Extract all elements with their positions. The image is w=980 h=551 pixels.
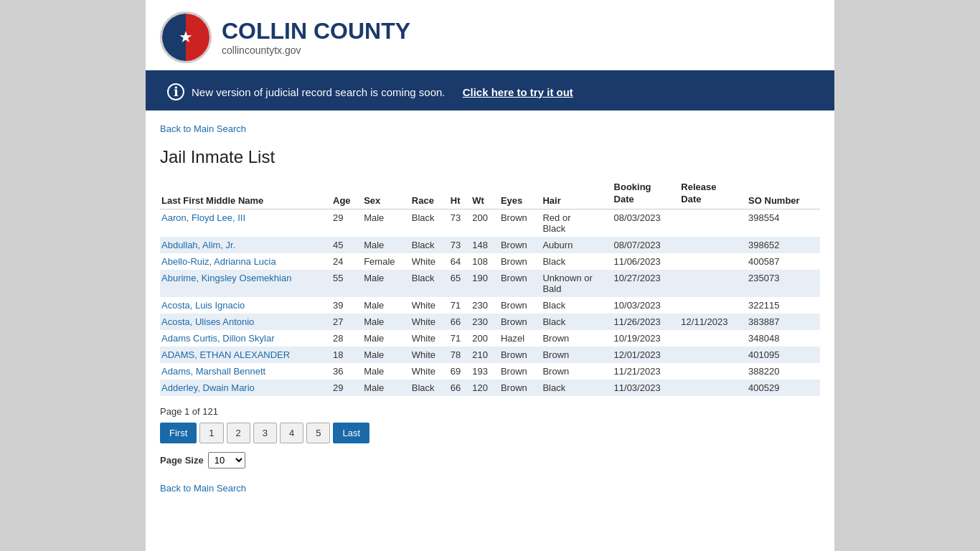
cell-hair: Brown: [541, 347, 612, 363]
table-row: Abello-Ruiz, Adrianna Lucia24FemaleWhite…: [160, 253, 820, 270]
cell-release-date: [679, 270, 747, 297]
table-header-row: Last First Middle Name Age Sex Race Ht W…: [160, 179, 820, 209]
page-btn-5[interactable]: 5: [306, 423, 330, 443]
cell-name: Adams, Marshall Bennett: [160, 363, 331, 380]
cell-ht: 71: [449, 330, 471, 347]
table-row: Adams Curtis, Dillon Skylar28MaleWhite71…: [160, 330, 820, 347]
cell-so-number: 383887: [747, 314, 820, 330]
cell-eyes: Brown: [499, 380, 542, 396]
inmate-name-link[interactable]: Adderley, Dwain Mario: [161, 382, 255, 393]
cell-hair: Brown: [541, 363, 612, 380]
cell-wt: 148: [471, 237, 499, 253]
page-btn-1[interactable]: 1: [199, 423, 223, 443]
table-row: Adderley, Dwain Mario29MaleBlack66120Bro…: [160, 380, 820, 396]
cell-booking-date: 10/19/2023: [613, 330, 680, 347]
col-header-release-date: ReleaseDate: [679, 179, 747, 209]
cell-wt: 120: [471, 380, 499, 396]
cell-age: 55: [331, 270, 362, 297]
cell-age: 29: [331, 209, 362, 237]
cell-race: Black: [410, 380, 449, 396]
cell-sex: Male: [362, 237, 410, 253]
cell-ht: 65: [449, 270, 471, 297]
info-icon: ℹ: [167, 83, 184, 100]
cell-sex: Male: [362, 330, 410, 347]
inmate-name-link[interactable]: Acosta, Ulises Antonio: [161, 316, 254, 327]
cell-wt: 190: [471, 270, 499, 297]
inmate-name-link[interactable]: Abello-Ruiz, Adrianna Lucia: [161, 256, 276, 267]
cell-race: White: [410, 347, 449, 363]
inmate-name-link[interactable]: Acosta, Luis Ignacio: [161, 300, 245, 311]
cell-eyes: Brown: [499, 347, 542, 363]
col-header-name: Last First Middle Name: [160, 179, 331, 209]
inmate-table: Last First Middle Name Age Sex Race Ht W…: [160, 179, 820, 396]
cell-sex: Female: [362, 253, 410, 270]
cell-booking-date: 11/03/2023: [613, 380, 680, 396]
table-row: Abdullah, Alim, Jr.45MaleBlack73148Brown…: [160, 237, 820, 253]
cell-eyes: Brown: [499, 314, 542, 330]
page-btn-4[interactable]: 4: [280, 423, 303, 443]
cell-release-date: [679, 330, 747, 347]
cell-hair: Black: [541, 314, 612, 330]
cell-so-number: 235073: [747, 270, 820, 297]
cell-age: 36: [331, 363, 362, 380]
col-header-booking-date: BookingDate: [613, 179, 680, 209]
col-header-race: Race: [410, 179, 449, 209]
cell-booking-date: 10/03/2023: [613, 297, 680, 314]
cell-booking-date: 11/26/2023: [613, 314, 680, 330]
inmate-name-link[interactable]: Aburime, Kingsley Osemekhian: [161, 273, 291, 283]
cell-hair: Black: [541, 253, 612, 270]
cell-hair: Unknown orBald: [541, 270, 612, 297]
inmate-name-link[interactable]: Adams, Marshall Bennett: [161, 366, 265, 377]
inmate-name-link[interactable]: Abdullah, Alim, Jr.: [161, 240, 235, 250]
page-size-label: Page Size: [160, 455, 204, 466]
county-title: COLLIN COUNTY: [222, 19, 410, 44]
cell-ht: 73: [449, 209, 471, 237]
col-header-ht: Ht: [449, 179, 471, 209]
cell-eyes: Brown: [499, 237, 542, 253]
cell-wt: 230: [471, 314, 499, 330]
back-to-main-search-bottom[interactable]: Back to Main Search: [160, 483, 246, 494]
cell-so-number: 322115: [747, 297, 820, 314]
main-content: Back to Main Search Jail Inmate List Las…: [146, 110, 834, 514]
cell-race: White: [410, 314, 449, 330]
banner-message: New version of judicial record search is…: [192, 86, 446, 98]
cell-booking-date: 08/07/2023: [613, 237, 680, 253]
cell-sex: Male: [362, 314, 410, 330]
cell-race: White: [410, 297, 449, 314]
pagination-info: Page 1 of 121: [160, 406, 820, 417]
page-size-select[interactable]: 102550100: [208, 452, 245, 468]
cell-age: 27: [331, 314, 362, 330]
cell-so-number: 398652: [747, 237, 820, 253]
cell-ht: 71: [449, 297, 471, 314]
col-header-so-number: SO Number: [747, 179, 820, 209]
cell-release-date: 12/11/2023: [679, 314, 747, 330]
page-btn-2[interactable]: 2: [227, 423, 250, 443]
table-row: Acosta, Luis Ignacio39MaleWhite71230Brow…: [160, 297, 820, 314]
cell-hair: Black: [541, 380, 612, 396]
cell-race: Black: [410, 237, 449, 253]
county-website: collincountytx.gov: [222, 44, 410, 56]
cell-race: White: [410, 330, 449, 347]
inmate-name-link[interactable]: Adams Curtis, Dillon Skylar: [161, 333, 275, 344]
cell-so-number: 388220: [747, 363, 820, 380]
inmate-name-link[interactable]: ADAMS, ETHAN ALEXANDER: [161, 349, 290, 360]
cell-release-date: [679, 209, 747, 237]
page-btn-last[interactable]: Last: [333, 423, 369, 443]
cell-ht: 66: [449, 314, 471, 330]
cell-race: Black: [410, 270, 449, 297]
col-header-hair: Hair: [541, 179, 612, 209]
cell-eyes: Brown: [499, 253, 542, 270]
cell-so-number: 400529: [747, 380, 820, 396]
banner-link[interactable]: Click here to try it out: [463, 86, 573, 98]
cell-eyes: Brown: [499, 270, 542, 297]
page-btn-3[interactable]: 3: [253, 423, 277, 443]
cell-booking-date: 11/21/2023: [613, 363, 680, 380]
cell-race: Black: [410, 209, 449, 237]
cell-race: White: [410, 363, 449, 380]
cell-booking-date: 08/03/2023: [613, 209, 680, 237]
back-to-main-search-top[interactable]: Back to Main Search: [160, 123, 246, 134]
inmate-name-link[interactable]: Aaron, Floyd Lee, III: [161, 212, 245, 223]
table-row: ADAMS, ETHAN ALEXANDER18MaleWhite78210Br…: [160, 347, 820, 363]
page-btn-first[interactable]: First: [160, 423, 197, 443]
cell-hair: Red orBlack: [541, 209, 612, 237]
